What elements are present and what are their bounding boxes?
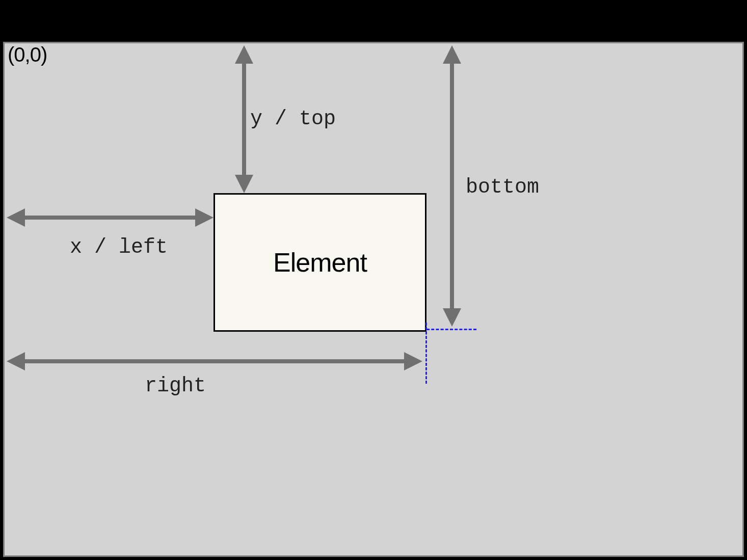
diagram-stage: (0,0) y / top x / left bottom right Elem… <box>3 42 744 557</box>
svg-marker-1 <box>235 45 253 64</box>
svg-marker-2 <box>235 175 253 193</box>
label-bottom: bottom <box>466 176 539 199</box>
origin-label: (0,0) <box>8 43 47 66</box>
svg-marker-4 <box>7 208 25 227</box>
svg-marker-5 <box>195 208 214 227</box>
dashed-guide-vertical <box>425 323 427 384</box>
dashed-guide-horizontal <box>426 329 476 330</box>
svg-marker-8 <box>443 308 461 327</box>
svg-marker-11 <box>404 352 422 370</box>
label-left: x / left <box>70 236 168 259</box>
svg-marker-10 <box>7 352 25 370</box>
arrow-right <box>7 348 422 379</box>
svg-marker-7 <box>443 45 461 64</box>
arrow-left <box>7 204 214 235</box>
element-box: Element <box>214 193 426 332</box>
label-top: y / top <box>250 108 336 130</box>
arrow-bottom <box>439 45 469 327</box>
label-right: right <box>145 375 206 397</box>
element-label: Element <box>273 247 367 278</box>
